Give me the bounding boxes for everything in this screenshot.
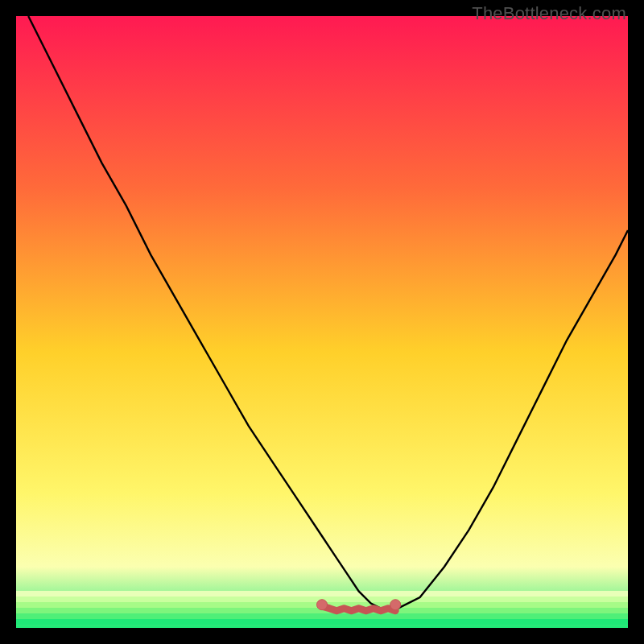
flat-region-start-dot: [317, 600, 328, 610]
watermark-text: TheBottleneck.com: [472, 3, 626, 24]
flat-region-marker: [322, 606, 395, 611]
bottom-stripe: [16, 591, 628, 597]
bottom-stripe: [16, 613, 628, 619]
plot-area: [16, 16, 628, 628]
flat-region-end-dot: [390, 600, 401, 610]
bottom-stripe: [16, 619, 628, 625]
chart-frame: TheBottleneck.com: [0, 0, 644, 644]
chart-svg: [16, 16, 628, 628]
